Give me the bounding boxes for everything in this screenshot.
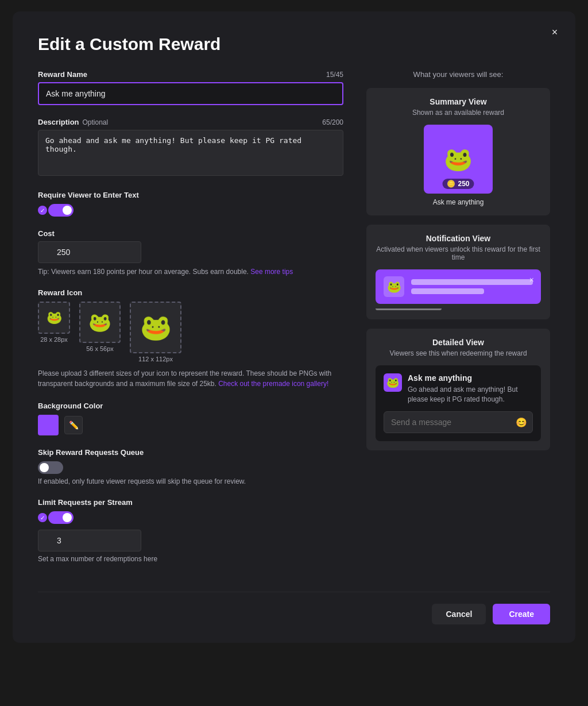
icon-upload-56px[interactable]: 🐸 bbox=[79, 302, 121, 343]
notif-close-icon[interactable]: × bbox=[529, 275, 534, 284]
detailed-view-title: Detailed View bbox=[376, 338, 541, 347]
description-optional: Optional bbox=[83, 118, 109, 126]
notif-line-1 bbox=[411, 279, 533, 285]
reward-cost-badge: 🪙 250 bbox=[442, 179, 474, 189]
limit-requests-toggle[interactable] bbox=[48, 511, 74, 524]
send-message-input[interactable] bbox=[384, 411, 533, 433]
bg-color-label: Background Color bbox=[38, 402, 103, 410]
cost-input[interactable] bbox=[38, 241, 141, 263]
description-input[interactable]: Go ahead and ask me anything! But please… bbox=[38, 130, 343, 176]
limit-requests-label: Limit Requests per Stream bbox=[38, 498, 133, 507]
summary-view-card: Summary View Shown as an available rewar… bbox=[366, 88, 550, 215]
modal-footer: Cancel Create bbox=[38, 592, 550, 624]
limit-toggle-check-icon: ✓ bbox=[38, 513, 47, 522]
summary-reward-icon: 🐸 bbox=[444, 146, 473, 173]
cost-section: Cost 🕐 Tip: Viewers earn 180 points per … bbox=[38, 229, 343, 276]
skip-queue-label: Skip Reward Requests Queue bbox=[38, 448, 144, 457]
reward-name-label: Reward Name 15/45 bbox=[38, 70, 343, 79]
limit-requests-section: Limit Requests per Stream ✓ Set a max nu… bbox=[38, 498, 343, 563]
skip-queue-section: Skip Reward Requests Queue If enabled, o… bbox=[38, 448, 343, 485]
cost-label: Cost bbox=[38, 229, 55, 238]
close-button[interactable]: × bbox=[546, 23, 564, 41]
require-text-toggle[interactable] bbox=[48, 204, 74, 217]
icon-56px-item: 🐸 56 x 56px bbox=[79, 302, 121, 362]
icon-description: Please upload 3 different sizes of your … bbox=[38, 368, 343, 389]
cost-badge-value: 250 bbox=[458, 180, 469, 188]
viewers-will-see-label: What your viewers will see: bbox=[366, 70, 550, 79]
detailed-view-box: 🐸 Ask me anything Go ahead and ask me an… bbox=[376, 365, 541, 441]
reward-name-section: Reward Name 15/45 bbox=[38, 70, 343, 105]
bg-color-section: Background Color ✏️ bbox=[38, 402, 343, 435]
description-section: Description Optional 65/200 Go ahead and… bbox=[38, 118, 343, 178]
toggle-check-icon: ✓ bbox=[38, 206, 47, 215]
notification-view-card: Notification View Activated when viewers… bbox=[366, 225, 550, 319]
reward-name-input[interactable] bbox=[38, 82, 343, 105]
skip-queue-toggle[interactable] bbox=[38, 461, 63, 474]
notification-preview: 🐸 × bbox=[376, 269, 541, 304]
coin-badge-icon: 🪙 bbox=[447, 180, 455, 188]
detailed-reward-desc: Go ahead and ask me anything! But please… bbox=[408, 385, 533, 404]
icon-112px-item: 🐸 112 x 112px bbox=[130, 302, 181, 362]
detailed-reward-name: Ask me anything bbox=[408, 373, 533, 383]
left-panel: Reward Name 15/45 Description Optional 6… bbox=[38, 70, 343, 576]
emoji-picker-button[interactable]: 😊 bbox=[516, 416, 527, 427]
limit-value-input[interactable] bbox=[38, 530, 141, 551]
icon-upload-112px[interactable]: 🐸 bbox=[130, 302, 181, 353]
notif-icon: 🐸 bbox=[384, 276, 404, 297]
notif-view-sub: Activated when viewers unlock this rewar… bbox=[376, 245, 541, 261]
summary-reward-name: Ask me anything bbox=[376, 198, 541, 206]
description-label: Description bbox=[38, 118, 79, 126]
description-char-count: 65/200 bbox=[322, 118, 343, 126]
edit-reward-modal: × Edit a Custom Reward Reward Name 15/45… bbox=[13, 11, 575, 643]
color-swatch[interactable] bbox=[38, 415, 59, 435]
create-button[interactable]: Create bbox=[493, 604, 550, 624]
modal-title: Edit a Custom Reward bbox=[38, 34, 550, 54]
notif-line-2 bbox=[411, 288, 484, 294]
require-text-label: Require Viewer to Enter Text bbox=[38, 191, 139, 199]
summary-view-sub: Shown as an available reward bbox=[376, 109, 541, 117]
icon-28px-item: 🐸 28 x 28px bbox=[38, 302, 70, 362]
detailed-view-card: Detailed View Viewers see this when rede… bbox=[366, 329, 550, 450]
require-text-section: Require Viewer to Enter Text ✓ bbox=[38, 191, 343, 217]
detailed-view-sub: Viewers see this when redeeming the rewa… bbox=[376, 349, 541, 357]
limit-desc: Set a max number of redemptions here bbox=[38, 555, 343, 563]
reward-icon-label: Reward Icon bbox=[38, 288, 82, 297]
tip-text: Tip: Viewers earn 180 points per hour on… bbox=[38, 268, 343, 276]
skip-queue-desc: If enabled, only future viewer requests … bbox=[38, 477, 343, 485]
reward-name-char-count: 15/45 bbox=[326, 71, 343, 79]
notif-view-title: Notification View bbox=[376, 234, 541, 243]
icon-56px-label: 56 x 56px bbox=[86, 345, 114, 352]
reward-icon-section: Reward Icon 🐸 28 x 28px 🐸 56 x 56px bbox=[38, 288, 343, 389]
detailed-reward-icon: 🐸 bbox=[384, 373, 402, 392]
summary-view-title: Summary View bbox=[376, 97, 541, 106]
summary-reward-box: 🐸 🪙 250 bbox=[424, 125, 493, 194]
icon-gallery-link[interactable]: Check out the premade icon gallery! bbox=[218, 380, 328, 388]
see-more-tips-link[interactable]: See more tips bbox=[250, 268, 293, 276]
icon-112px-label: 112 x 112px bbox=[138, 356, 173, 362]
edit-color-button[interactable]: ✏️ bbox=[64, 416, 83, 434]
cancel-button[interactable]: Cancel bbox=[432, 604, 486, 624]
notif-progress-bar bbox=[376, 308, 442, 310]
icon-28px-label: 28 x 28px bbox=[40, 336, 68, 343]
right-panel: What your viewers will see: Summary View… bbox=[366, 70, 550, 576]
icon-upload-28px[interactable]: 🐸 bbox=[38, 302, 70, 334]
